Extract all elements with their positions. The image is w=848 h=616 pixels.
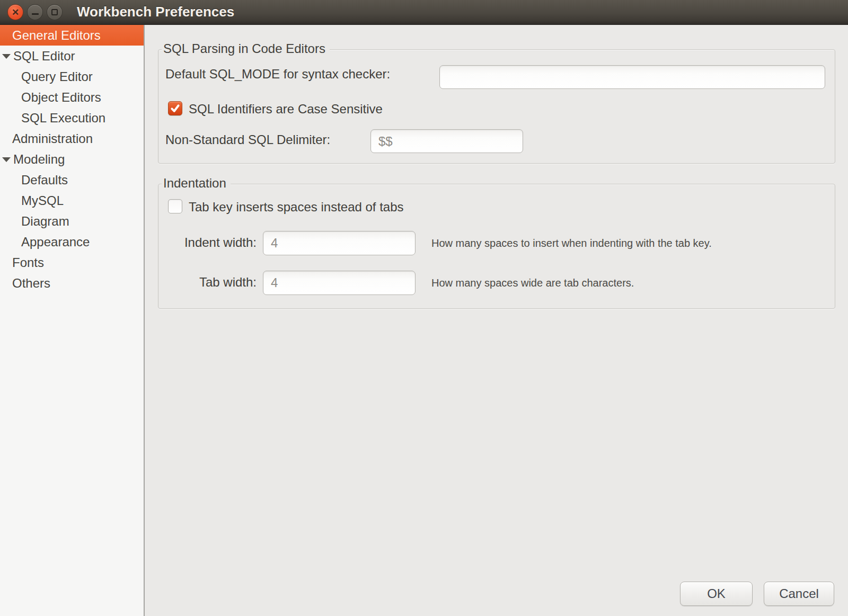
tab-width-label: Tab width:: [165, 275, 257, 290]
sidebar-item-others[interactable]: Others: [0, 273, 144, 293]
group-indentation: Indentation Tab key inserts spaces inste…: [158, 184, 835, 309]
expander-down-icon[interactable]: [2, 157, 11, 162]
sidebar-item-label: Query Editor: [21, 69, 93, 84]
sidebar-item-label: MySQL: [21, 193, 64, 208]
window-title: Workbench Preferences: [77, 0, 234, 24]
tab-width-help: How many spaces wide are tab characters.: [431, 277, 634, 289]
delimiter-input[interactable]: [370, 129, 523, 153]
sidebar-item-object-editors[interactable]: Object Editors: [0, 87, 144, 108]
sidebar-item-label: Administration: [12, 131, 93, 146]
sidebar-item-label: SQL Editor: [13, 49, 75, 64]
sidebar-item-label: Modeling: [13, 152, 65, 167]
delimiter-label: Non-Standard SQL Delimiter:: [165, 132, 330, 147]
tab-spaces-checkbox[interactable]: [168, 199, 182, 213]
group-sql-parsing: SQL Parsing in Code Editors Default SQL_…: [158, 49, 835, 164]
indent-width-help: How many spaces to insert when indenting…: [431, 237, 712, 249]
maximize-button[interactable]: [47, 4, 63, 20]
sql-mode-label: Default SQL_MODE for syntax checker:: [165, 67, 390, 82]
sidebar-item-appearance[interactable]: Appearance: [0, 231, 144, 252]
cancel-button[interactable]: Cancel: [764, 582, 834, 606]
close-icon: ✕: [12, 8, 19, 17]
sidebar-item-sql-execution[interactable]: SQL Execution: [0, 108, 144, 128]
indent-width-label: Indent width:: [165, 235, 257, 250]
sidebar-item-general-editors[interactable]: General Editors: [0, 25, 144, 46]
sidebar-item-label: SQL Execution: [21, 111, 105, 126]
minimize-button[interactable]: [27, 4, 43, 20]
sidebar-item-label: Object Editors: [21, 90, 101, 105]
sidebar-item-administration[interactable]: Administration: [0, 128, 144, 149]
sql-mode-input[interactable]: [439, 65, 825, 89]
titlebar[interactable]: ✕ Workbench Preferences: [0, 0, 848, 25]
sidebar-item-label: Others: [12, 276, 50, 291]
indent-width-input[interactable]: [263, 231, 416, 255]
preferences-window: ✕ Workbench Preferences General Editors …: [0, 0, 848, 616]
preferences-sidebar: General Editors SQL Editor Query Editor …: [0, 25, 145, 616]
sidebar-item-label: Defaults: [21, 173, 68, 188]
expander-down-icon[interactable]: [2, 54, 11, 59]
sidebar-item-label: General Editors: [12, 28, 101, 43]
sidebar-item-fonts[interactable]: Fonts: [0, 252, 144, 273]
group-indentation-legend: Indentation: [162, 175, 231, 191]
sidebar-item-query-editor[interactable]: Query Editor: [0, 66, 144, 87]
sidebar-item-label: Appearance: [21, 235, 90, 249]
sidebar-item-diagram[interactable]: Diagram: [0, 211, 144, 231]
sidebar-item-mysql[interactable]: MySQL: [0, 190, 144, 211]
maximize-icon: [51, 9, 58, 15]
sidebar-item-label: Diagram: [21, 214, 69, 229]
ok-button[interactable]: OK: [680, 582, 753, 606]
case-sensitive-label[interactable]: SQL Identifiers are Case Sensitive: [189, 102, 383, 117]
minimize-icon: [32, 13, 39, 15]
sidebar-item-label: Fonts: [12, 255, 44, 270]
close-button[interactable]: ✕: [7, 4, 23, 20]
case-sensitive-checkbox[interactable]: [168, 101, 182, 115]
preferences-main-panel: SQL Parsing in Code Editors Default SQL_…: [145, 25, 848, 616]
tab-width-input[interactable]: [263, 271, 416, 295]
sidebar-item-sql-editor[interactable]: SQL Editor: [0, 46, 144, 66]
tab-spaces-label[interactable]: Tab key inserts spaces instead of tabs: [189, 200, 404, 215]
group-sql-parsing-legend: SQL Parsing in Code Editors: [162, 41, 330, 57]
sidebar-item-defaults[interactable]: Defaults: [0, 169, 144, 190]
checkmark-icon: [170, 103, 181, 114]
sidebar-item-modeling[interactable]: Modeling: [0, 149, 144, 169]
